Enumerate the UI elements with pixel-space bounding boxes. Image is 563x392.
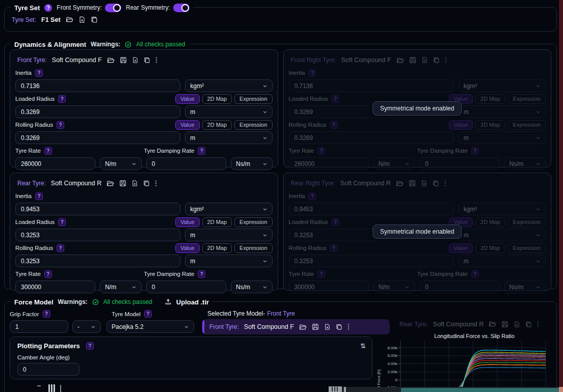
mode-value-button[interactable]: Value bbox=[175, 94, 199, 104]
help-icon[interactable]: ? bbox=[57, 121, 64, 129]
mode-2dmap-button[interactable]: 2D Map bbox=[202, 120, 232, 130]
mode-expression-button[interactable]: Expression bbox=[234, 120, 272, 130]
tyre-damping-rate-unit-select[interactable]: Ns/m bbox=[231, 281, 272, 293]
tyre-rate-unit-select[interactable]: N/m bbox=[100, 157, 141, 170]
mode-2dmap-button: 2D Map bbox=[475, 94, 505, 104]
save-icon[interactable] bbox=[120, 57, 127, 64]
help-icon: ? bbox=[317, 147, 325, 155]
tyre-damping-rate-input[interactable] bbox=[146, 281, 226, 293]
mode-value-button[interactable]: Value bbox=[175, 243, 199, 253]
tyre-model-select[interactable]: Pacejka 5.2 bbox=[106, 320, 194, 333]
rolling-radius-unit-select[interactable]: m bbox=[185, 255, 272, 267]
tyre-damping-rate-input[interactable] bbox=[146, 157, 226, 170]
save-icon bbox=[409, 180, 416, 187]
mode-2dmap-button[interactable]: 2D Map bbox=[202, 217, 232, 227]
mode-value-button[interactable]: Value bbox=[175, 217, 199, 227]
mode-2dmap-button[interactable]: 2D Map bbox=[202, 94, 232, 104]
kebab-menu-icon[interactable] bbox=[155, 180, 157, 187]
help-icon[interactable]: ? bbox=[58, 218, 66, 226]
grip-factor-input[interactable] bbox=[10, 320, 68, 333]
kebab-menu-icon[interactable] bbox=[347, 323, 350, 330]
chevron-down-icon bbox=[535, 161, 541, 166]
chevron-down-icon bbox=[262, 83, 267, 89]
camber-angle-input[interactable] bbox=[17, 363, 79, 376]
tyre-model-tab-rear[interactable]: Rear Tyre: Soft Compound R bbox=[399, 320, 539, 328]
symmetrical-mode-enabled-button[interactable]: Symmetrical mode enabled bbox=[372, 225, 462, 239]
save-icon[interactable] bbox=[312, 323, 319, 330]
chevron-down-icon bbox=[262, 285, 267, 290]
help-icon[interactable]: ? bbox=[198, 270, 205, 278]
new-file-icon[interactable] bbox=[131, 180, 138, 187]
help-icon[interactable]: ? bbox=[86, 342, 94, 350]
rolling-radius-unit-select[interactable]: m bbox=[185, 131, 272, 144]
vertical-scrollbar[interactable] bbox=[559, 0, 563, 392]
help-icon[interactable]: ? bbox=[44, 270, 52, 278]
rear-symmetry-toggle[interactable] bbox=[173, 4, 190, 12]
tyre-rate-input[interactable] bbox=[15, 281, 95, 293]
loaded-radius-unit-select[interactable]: m bbox=[185, 105, 272, 118]
open-folder-icon[interactable] bbox=[66, 16, 73, 23]
help-icon[interactable]: ? bbox=[44, 147, 52, 155]
toggle-knob bbox=[181, 4, 189, 12]
help-icon: ? bbox=[471, 147, 479, 155]
tyre-rate-input[interactable] bbox=[15, 157, 95, 170]
grip-factor-unit-select[interactable]: - bbox=[72, 320, 101, 333]
help-icon: ? bbox=[330, 121, 338, 129]
front-symmetry-toggle[interactable] bbox=[105, 4, 121, 12]
mode-expression-button[interactable]: Expression bbox=[234, 217, 272, 227]
help-icon[interactable]: ? bbox=[144, 310, 152, 318]
new-file-icon bbox=[514, 321, 520, 328]
help-icon[interactable]: ? bbox=[35, 69, 43, 77]
help-icon: ? bbox=[308, 192, 316, 200]
copy-icon[interactable] bbox=[91, 16, 98, 23]
collapse-updown-icon[interactable]: ⇅ bbox=[360, 342, 366, 350]
rolling-radius-unit-select: m bbox=[459, 131, 546, 144]
mode-value-button[interactable]: Value bbox=[175, 120, 199, 130]
new-file-icon[interactable] bbox=[78, 16, 86, 23]
mode-expression-button[interactable]: Expression bbox=[234, 243, 272, 253]
upload-icon[interactable] bbox=[165, 298, 172, 305]
help-icon: ? bbox=[308, 69, 316, 77]
inertia-input bbox=[289, 203, 454, 215]
tyre-damping-rate-unit-select[interactable]: Ns/m bbox=[231, 157, 272, 170]
copy-icon[interactable] bbox=[143, 180, 150, 187]
kebab-menu-icon[interactable] bbox=[155, 57, 157, 64]
help-icon[interactable]: ? bbox=[198, 147, 205, 155]
copy-icon[interactable] bbox=[336, 323, 342, 330]
symmetrical-mode-enabled-button[interactable]: Symmetrical mode enabled bbox=[372, 101, 462, 116]
copy-icon[interactable] bbox=[144, 57, 150, 64]
horizontal-scrollbar-thumb[interactable] bbox=[401, 388, 559, 392]
inertia-unit-select[interactable]: kgm² bbox=[185, 79, 272, 92]
front-symmetry-label: Front Symmetry: bbox=[57, 4, 102, 11]
rolling-radius-label: Rolling Radius bbox=[15, 245, 53, 251]
dynamics-legend: Dynamics & Alignment Warnings: All check… bbox=[11, 39, 189, 49]
mode-value-button: Value bbox=[449, 243, 473, 253]
upload-tir-button[interactable]: Upload .tir bbox=[176, 298, 209, 306]
new-file-icon[interactable] bbox=[324, 323, 331, 330]
help-icon[interactable]: ? bbox=[57, 244, 64, 252]
new-file-icon[interactable] bbox=[132, 57, 139, 64]
open-folder-icon[interactable] bbox=[299, 323, 307, 331]
open-folder-icon[interactable] bbox=[106, 180, 114, 187]
help-icon[interactable]: ? bbox=[58, 95, 66, 103]
help-icon[interactable]: ? bbox=[43, 310, 50, 318]
inertia-input[interactable] bbox=[15, 203, 180, 215]
rolling-radius-input[interactable] bbox=[15, 255, 180, 267]
loaded-radius-input[interactable] bbox=[15, 229, 180, 241]
mode-expression-button[interactable]: Expression bbox=[234, 94, 272, 104]
value-mode-switch: Value 2D Map Expression bbox=[175, 217, 272, 227]
tyre-model-tab-front[interactable]: Front Tyre: Soft Compound F bbox=[202, 319, 390, 334]
open-folder-icon[interactable] bbox=[107, 57, 115, 64]
inertia-unit-select[interactable]: kgm² bbox=[185, 203, 272, 215]
tyre-rate-unit-select[interactable]: N/m bbox=[100, 281, 141, 293]
inertia-input[interactable] bbox=[15, 79, 180, 92]
loaded-radius-unit-select[interactable]: m bbox=[185, 229, 272, 241]
tyre-set-help-icon[interactable]: ? bbox=[44, 4, 52, 12]
save-icon[interactable] bbox=[119, 180, 126, 187]
help-icon[interactable]: ? bbox=[35, 192, 43, 200]
mode-2dmap-button[interactable]: 2D Map bbox=[202, 243, 232, 253]
loaded-radius-input[interactable] bbox=[15, 105, 180, 118]
rolling-radius-input[interactable] bbox=[15, 131, 180, 144]
rear-symmetry-control: Rear Symmetry: bbox=[126, 4, 190, 12]
longitudinal-force-chart: Longitudinal Force vs. Slip Ratio Longit… bbox=[377, 332, 558, 392]
